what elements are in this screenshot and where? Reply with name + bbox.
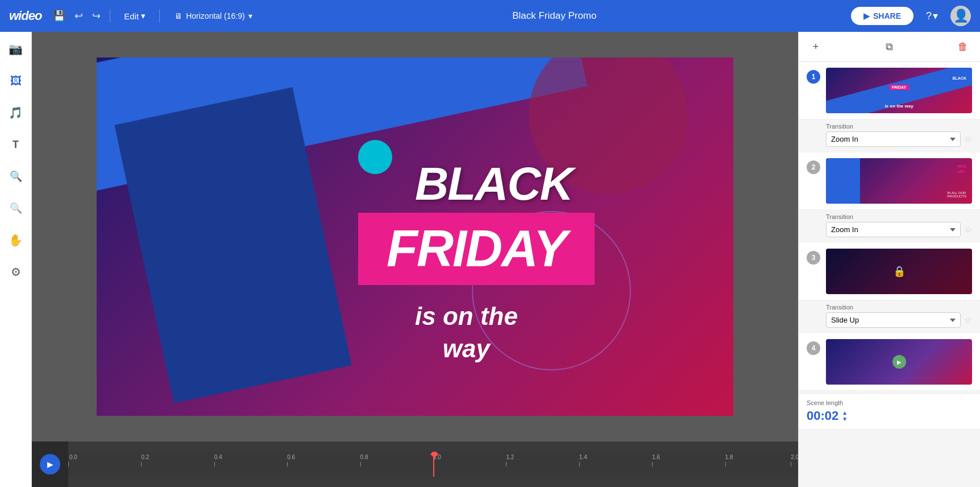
black-text[interactable]: BLACK	[415, 157, 572, 211]
orientation-label: Horizontal (16:9)	[186, 11, 245, 20]
timeline-ruler[interactable]: 0.0 0.2 0.4 0.6 0.8 1.0	[68, 452, 798, 477]
edit-chevron-icon: ▾	[141, 11, 146, 21]
right-panel: + ⧉ 🗑 1 BLACK FRIDAY is on the way Trans…	[798, 32, 980, 487]
transition-label-3: Transition	[826, 304, 972, 311]
subtitle-line1: is on the	[415, 302, 518, 330]
thumb-1-black-text: BLACK	[953, 76, 967, 80]
transition-star-2[interactable]: ☆	[964, 224, 972, 235]
ruler-mark-16: 1.6	[652, 454, 660, 460]
scene-length-value: 00:02 ▲ ▼	[807, 408, 972, 423]
slide-item-4: 4 ▶	[799, 333, 980, 391]
add-slide-button[interactable]: +	[807, 38, 825, 56]
orientation-chevron-icon: ▾	[248, 11, 252, 20]
ruler-tick-20	[791, 462, 791, 467]
save-icon[interactable]: 💾	[53, 10, 65, 22]
canvas-container[interactable]: BLACK FRIDAY is on the way	[32, 32, 798, 441]
transition-row-2: Transition Zoom In None Zoom Out Slide U…	[799, 210, 980, 243]
ruler-mark-0: 0.0	[68, 454, 77, 460]
help-button[interactable]: ? ▾	[923, 7, 941, 24]
ruler-tick-08	[360, 462, 361, 467]
scene-length-section: Scene length 00:02 ▲ ▼	[799, 393, 980, 429]
slide-number-3: 3	[807, 251, 820, 265]
canvas-slide[interactable]: BLACK FRIDAY is on the way	[97, 57, 733, 416]
ruler-mark-18: 1.8	[725, 454, 733, 460]
sidebar-item-image[interactable]: 🖼	[6, 71, 26, 91]
ruler-tick-18	[725, 462, 726, 467]
lock-icon: 🔒	[893, 265, 906, 278]
slide-number-2: 2	[807, 160, 820, 174]
sidebar-item-text[interactable]: T	[6, 134, 26, 155]
ruler-tick-04	[214, 462, 215, 467]
divider-1	[110, 9, 110, 23]
orientation-button[interactable]: 🖥 Horizontal (16:9) ▾	[169, 9, 258, 23]
sidebar-item-zoom-in[interactable]: 🔍	[6, 166, 26, 187]
help-icon: ?	[926, 10, 932, 22]
avatar[interactable]: 👤	[950, 6, 971, 26]
scene-length-up[interactable]: ▲	[842, 410, 848, 416]
thumb-2-text: 50%off!	[957, 164, 966, 174]
friday-text: FRIDAY	[387, 220, 566, 277]
transition-star-3[interactable]: ☆	[964, 315, 972, 325]
transition-select-3[interactable]: Slide Up None Zoom In Zoom Out Slide Dow…	[826, 312, 961, 328]
transition-select-2[interactable]: Zoom In None Zoom Out Slide Up Slide Dow…	[826, 222, 961, 237]
subtitle-line2: way	[443, 335, 490, 362]
ruler-tick-12	[506, 462, 506, 467]
ruler-mark-20: 2.0	[791, 454, 798, 460]
ruler-mark-04: 0.4	[214, 454, 222, 460]
transition-select-1[interactable]: Zoom In None Zoom Out Slide Up Slide Dow…	[826, 131, 961, 147]
share-label: SHARE	[873, 11, 901, 20]
slide-thumbnail-1[interactable]: BLACK FRIDAY is on the way	[826, 68, 972, 113]
ruler-tick-02	[141, 462, 142, 467]
edit-button[interactable]: Edit ▾	[119, 9, 150, 23]
ruler-tick-06	[287, 462, 288, 467]
slide-number-1: 1	[807, 70, 820, 84]
undo-button[interactable]: ↩	[74, 10, 83, 22]
subtitle-text[interactable]: is on the way	[415, 300, 518, 365]
thumb-4-play: ▶	[826, 339, 972, 385]
transition-label-2: Transition	[826, 213, 972, 220]
transition-row-1: Transition Zoom In None Zoom Out Slide U…	[799, 119, 980, 152]
friday-banner[interactable]: FRIDAY	[358, 213, 595, 285]
sidebar-item-camera[interactable]: 📷	[6, 39, 26, 59]
redo-button[interactable]: ↪	[92, 10, 101, 22]
transition-label-1: Transition	[826, 123, 972, 130]
ruler-tick-0	[68, 462, 69, 467]
project-title: Black Friday Promo	[267, 10, 842, 22]
share-button[interactable]: ▶ SHARE	[851, 7, 913, 25]
canvas-area: BLACK FRIDAY is on the way ▶	[32, 32, 798, 487]
sidebar-item-music[interactable]: 🎵	[6, 102, 26, 123]
transition-star-1[interactable]: ☆	[964, 134, 972, 145]
monitor-icon: 🖥	[175, 11, 182, 20]
scene-length-arrows: ▲ ▼	[842, 410, 848, 422]
panel-header: + ⧉ 🗑	[799, 32, 980, 62]
ruler-mark-12: 1.2	[506, 454, 514, 460]
delete-slide-button[interactable]: 🗑	[954, 38, 972, 56]
scene-length-label: Scene length	[807, 399, 972, 406]
thumb-2-band	[826, 158, 860, 204]
ruler-mark-14: 1.4	[579, 454, 587, 460]
sidebar-item-pan[interactable]: ✋	[6, 230, 26, 250]
sidebar-item-zoom-out[interactable]: 🔍	[6, 198, 26, 218]
logo: wideo	[9, 9, 41, 23]
slide-item-3: 3 🔒	[799, 243, 980, 300]
slide-thumbnail-4[interactable]: ▶	[826, 339, 972, 385]
divider-2	[159, 9, 160, 23]
slide-item-2: 2 50%off! IN ALL OURPRODUCTS	[799, 152, 980, 210]
slide-thumbnail-3[interactable]: 🔒	[826, 249, 972, 294]
left-sidebar: 📷 🖼 🎵 T 🔍 🔍 ✋ ⚙	[0, 32, 32, 487]
play-button[interactable]: ▶	[40, 454, 60, 474]
thumb-1-friday: FRIDAY	[889, 85, 909, 90]
edit-label: Edit	[124, 11, 139, 21]
help-chevron-icon: ▾	[933, 10, 938, 22]
ruler-mark-08: 0.8	[360, 454, 368, 460]
slide-thumbnail-2[interactable]: 50%off! IN ALL OURPRODUCTS	[826, 158, 972, 204]
scene-length-down[interactable]: ▼	[842, 416, 848, 422]
scene-length-time: 00:02	[807, 408, 838, 423]
thumb-3-overlay: 🔒	[826, 249, 972, 294]
copy-slide-button[interactable]: ⧉	[881, 38, 899, 56]
timeline: ▶ 0.0 0.2	[32, 441, 798, 487]
sidebar-item-settings[interactable]: ⚙	[6, 262, 26, 282]
transition-row-3: Transition Slide Up None Zoom In Zoom Ou…	[799, 300, 980, 333]
main-area: 📷 🖼 🎵 T 🔍 🔍 ✋ ⚙ BLACK FRIDAY is on t	[0, 32, 980, 487]
ruler-mark-02: 0.2	[141, 454, 149, 460]
